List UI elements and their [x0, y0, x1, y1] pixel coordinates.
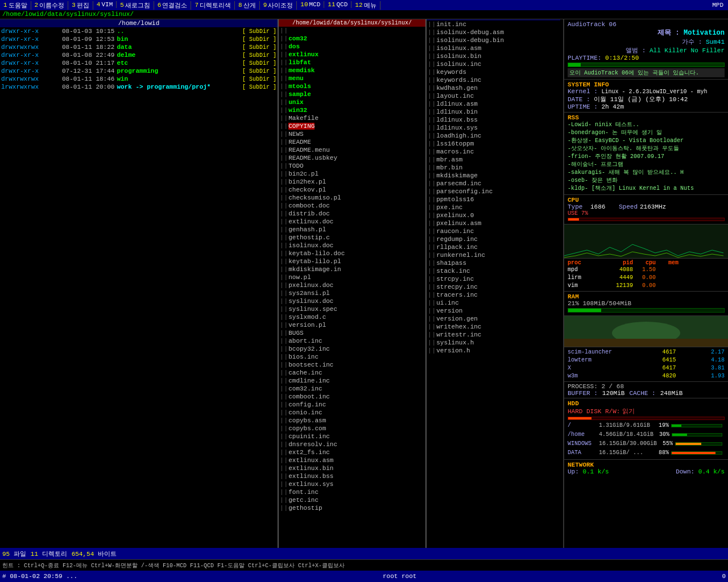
mid-file-entry[interactable]: ||memdisk: [279, 66, 425, 74]
mid-file-entry[interactable]: ||bios.inc: [279, 353, 425, 361]
mid-file-entry[interactable]: ||dnsresolv.inc: [279, 440, 425, 448]
mid-file-entry[interactable]: ||syslinux.spec: [279, 305, 425, 313]
mid-file-entry[interactable]: ||syslxmod.c: [279, 313, 425, 321]
mid-file-entry[interactable]: ||README.menu: [279, 146, 425, 154]
mid-file-entry[interactable]: ||gethostip: [279, 504, 425, 512]
taskbar-item-산게[interactable]: 8산게: [235, 1, 260, 10]
mid-file-entry[interactable]: ||README.usbkey: [279, 154, 425, 162]
right-file-entry[interactable]: ||writehex.inc: [427, 323, 560, 331]
right-file-entry[interactable]: ||version.h: [427, 347, 560, 355]
mid-file-entry[interactable]: ||abort.inc: [279, 337, 425, 345]
taskbar-item-디렉토리색[interactable]: 7디렉토리색: [191, 1, 235, 10]
mid-file-entry[interactable]: ||extlinux: [279, 51, 425, 59]
mid-file-entry[interactable]: ||isolinux.doc: [279, 242, 425, 250]
left-file-entry[interactable]: drwxr-xr-x08-01-03 10:15..[ SubDir ]: [0, 27, 278, 35]
taskbar-item-연결검소[interactable]: 6연결검소: [154, 1, 192, 10]
mid-file-entry[interactable]: ||now.pl: [279, 273, 425, 281]
right-file-entry[interactable]: ||stack.inc: [427, 267, 560, 275]
mid-file-entry[interactable]: ||menu: [279, 74, 425, 82]
right-file-entry[interactable]: ||ldlinux.asm: [427, 100, 560, 108]
right-file-entry[interactable]: ||sha1pass: [427, 259, 560, 267]
mid-file-entry[interactable]: ||sys2ansi.pl: [279, 289, 425, 297]
mid-file-entry[interactable]: ||getc.inc: [279, 496, 425, 504]
right-file-entry[interactable]: ||ppmtolss16: [427, 196, 560, 203]
taskbar-item-편집[interactable]: 3편집: [68, 1, 93, 10]
mid-file-entry[interactable]: ||bootsect.inc: [279, 361, 425, 369]
mid-file-entry[interactable]: ||TODO: [279, 162, 425, 170]
mid-file-entry[interactable]: ||cache.inc: [279, 369, 425, 377]
right-file-entry[interactable]: ||raucon.inc: [427, 227, 560, 235]
left-file-entry[interactable]: drwxr-xr-x07-12-31 17:44programming[ Sub…: [0, 67, 278, 75]
right-file-entry[interactable]: ||init.inc: [427, 20, 560, 28]
right-file-entry[interactable]: ||parseconfig.inc: [427, 188, 560, 196]
mid-file-entry[interactable]: ||BUGS: [279, 329, 425, 337]
right-file-entry[interactable]: ||isolinux-debug.asm: [427, 28, 560, 36]
mid-file-entry[interactable]: ||distrib.doc: [279, 210, 425, 218]
mid-file-entry[interactable]: ||cmdline.inc: [279, 377, 425, 385]
mid-file-entry[interactable]: ||checkov.pl: [279, 186, 425, 194]
right-file-entry[interactable]: ||ui.inc: [427, 299, 560, 307]
mid-file-entry[interactable]: ||cpuinit.inc: [279, 433, 425, 440]
mid-file-entry[interactable]: ||comboot.inc: [279, 393, 425, 401]
right-file-entry[interactable]: ||strecpy.inc: [427, 283, 560, 291]
right-file-entry[interactable]: ||macros.inc: [427, 148, 560, 156]
right-file-entry[interactable]: ||strcpy.inc: [427, 275, 560, 283]
mid-file-entry[interactable]: ||libfat: [279, 59, 425, 66]
mid-file-entry[interactable]: ||win32: [279, 106, 425, 114]
mid-file-entry[interactable]: ||: [279, 27, 425, 35]
mid-file-entry[interactable]: ||COPYING: [279, 122, 425, 130]
right-file-entry[interactable]: ||ldlinux.bin: [427, 108, 560, 116]
right-file-entry[interactable]: ||isolinux-debug.bin: [427, 36, 560, 44]
right-file-entry[interactable]: ||ldlinux.sys: [427, 124, 560, 132]
right-file-entry[interactable]: ||tracers.inc: [427, 291, 560, 299]
right-file-entry[interactable]: ||syslinux.h: [427, 339, 560, 347]
taskbar-item-MCD[interactable]: 10MCD: [297, 1, 324, 8]
mid-file-entry[interactable]: ||com32.inc: [279, 385, 425, 393]
right-file-entry[interactable]: ||isolinux.inc: [427, 60, 560, 68]
right-file-entry[interactable]: ||writestr.inc: [427, 331, 560, 339]
mid-file-entry[interactable]: ||com32: [279, 35, 425, 43]
mid-file-entry[interactable]: ||sample: [279, 90, 425, 98]
mid-file-entry[interactable]: ||Makefile: [279, 114, 425, 122]
mid-file-entry[interactable]: ||conio.inc: [279, 409, 425, 417]
mid-file-entry[interactable]: ||config.inc: [279, 401, 425, 409]
right-file-entry[interactable]: ||runkernel.inc: [427, 251, 560, 259]
mid-file-entry[interactable]: ||NEWS: [279, 130, 425, 138]
left-file-entry[interactable]: drwxr-xr-x08-01-09 12:53bin[ SubDir ]: [0, 35, 278, 43]
mid-file-entry[interactable]: ||extlinux.bss: [279, 472, 425, 480]
taskbar-item-메뉴[interactable]: 12메뉴: [351, 1, 380, 10]
right-file-entry[interactable]: ||pxelinux.0: [427, 211, 560, 219]
left-file-entry[interactable]: drwxr-xr-x08-01-10 21:17etc[ SubDir ]: [0, 59, 278, 67]
right-file-entry[interactable]: ||isolinux.asm: [427, 44, 560, 52]
left-file-entry[interactable]: lrwxrwxrwx08-01-11 20:00work -> programm…: [0, 83, 278, 91]
mid-file-entry[interactable]: ||syslinux.doc: [279, 297, 425, 305]
right-file-entry[interactable]: ||version: [427, 307, 560, 315]
mid-file-entry[interactable]: ||mtools: [279, 82, 425, 90]
mid-file-entry[interactable]: ||pxelinux.doc: [279, 281, 425, 289]
right-file-entry[interactable]: ||mbr.bin: [427, 164, 560, 172]
right-file-entry[interactable]: ||kwdhash.gen: [427, 84, 560, 92]
mid-file-entry[interactable]: ||comboot.doc: [279, 202, 425, 210]
mid-file-entry[interactable]: ||extlinux.asm: [279, 456, 425, 464]
mid-file-entry[interactable]: ||bin2hex.pl: [279, 178, 425, 186]
right-file-entry[interactable]: ||loadhigh.inc: [427, 132, 560, 140]
mid-file-entry[interactable]: ||extlinux.sys: [279, 480, 425, 488]
taskbar-item-새로그침[interactable]: 5새로그침: [117, 1, 154, 10]
mid-file-entry[interactable]: ||font.inc: [279, 488, 425, 496]
right-file-entry[interactable]: ||rllpack.inc: [427, 243, 560, 251]
mid-file-entry[interactable]: ||keytab-lilo.pl: [279, 257, 425, 265]
taskbar-item-도움말[interactable]: 1도움말: [0, 1, 31, 10]
mid-file-entry[interactable]: ||genhash.pl: [279, 226, 425, 234]
taskbar-item-VIM[interactable]: 4VIM: [93, 1, 117, 8]
right-file-entry[interactable]: ||pxelinux.asm: [427, 219, 560, 227]
mid-file-entry[interactable]: ||extlinux.bin: [279, 464, 425, 472]
taskbar-item-이름수정[interactable]: 2이름수정: [31, 1, 69, 10]
mid-file-entry[interactable]: ||dos: [279, 43, 425, 51]
mid-file-entry[interactable]: ||copybs.com: [279, 425, 425, 433]
left-file-entry[interactable]: drwxr-xr-x08-01-08 22:49delme[ SubDir ]: [0, 51, 278, 59]
mid-file-entry[interactable]: ||README: [279, 138, 425, 146]
mid-file-entry[interactable]: ||version.pl: [279, 321, 425, 329]
right-file-entry[interactable]: ||mkdiskimage: [427, 172, 560, 180]
right-file-entry[interactable]: ||version.gen: [427, 315, 560, 323]
right-file-entry[interactable]: ||lss16toppm: [427, 140, 560, 148]
